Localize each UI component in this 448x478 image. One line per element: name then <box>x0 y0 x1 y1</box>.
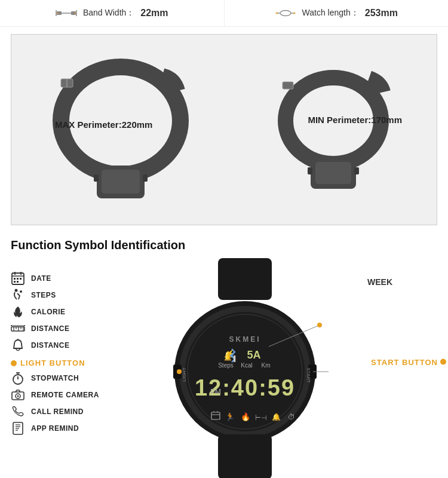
date-icon <box>11 271 25 286</box>
function-item-distance2: DISTANCE <box>11 337 118 354</box>
svg-text:🔥: 🔥 <box>241 412 251 422</box>
svg-text:▐: ▐ <box>232 355 236 362</box>
band-width-spec: Band Width： 22mm <box>0 0 225 26</box>
call-remind-label: CALL REMIND <box>31 407 84 416</box>
svg-text:🏃: 🏃 <box>225 412 235 422</box>
svg-rect-33 <box>17 281 19 283</box>
function-title: Function Symbol Identification <box>11 238 437 252</box>
svg-point-34 <box>15 289 18 292</box>
svg-rect-29 <box>14 278 16 280</box>
watch-length-value: 253mm <box>365 8 398 19</box>
calorie-icon <box>11 305 25 319</box>
start-button-dot <box>440 359 446 365</box>
svg-point-35 <box>20 290 22 293</box>
svg-text:🔔: 🔔 <box>272 412 281 421</box>
function-item-calorie: CALORIE <box>11 304 118 320</box>
start-button-label: START BUTTON <box>371 357 438 366</box>
max-perimeter-label: MAX Perimeter:220mm <box>55 120 152 130</box>
svg-text:START: START <box>306 367 311 383</box>
svg-rect-14 <box>102 170 140 194</box>
svg-point-54 <box>17 396 19 397</box>
svg-rect-22 <box>308 167 312 174</box>
min-perimeter-label: MIN Perimeter:170mm <box>308 115 402 125</box>
svg-rect-31 <box>20 278 22 280</box>
svg-text:Km: Km <box>262 362 271 369</box>
date-label: DATE <box>31 274 51 283</box>
week-label: WEEK <box>367 277 392 287</box>
svg-rect-21 <box>315 162 351 184</box>
stopwatch-label: STOPWATCH <box>31 374 79 382</box>
distance1-icon <box>11 321 25 336</box>
watch-length-icon <box>275 7 296 19</box>
svg-text:Steps: Steps <box>218 362 234 369</box>
svg-point-93 <box>317 323 322 327</box>
svg-rect-36 <box>11 327 24 331</box>
stopwatch-icon <box>11 371 25 385</box>
distance1-label: DISTANCE <box>31 324 69 333</box>
app-remind-icon <box>11 421 25 436</box>
function-item-app-remind: APP REMIND <box>11 420 118 437</box>
function-item-steps: STEPS <box>11 287 118 304</box>
camera-icon <box>11 388 25 402</box>
svg-text:PM: PM <box>210 388 221 396</box>
week-callout: WEEK <box>367 277 392 287</box>
svg-rect-60 <box>218 258 272 300</box>
watch-size-image: MAX Perimeter:220mm MIN Perimeter:170mm <box>11 34 437 225</box>
steps-icon <box>11 288 25 302</box>
light-button-row: LIGHT BUTTON <box>11 358 118 367</box>
svg-text:Kcal: Kcal <box>241 362 252 369</box>
remote-camera-label: REMOTE CAMERA <box>31 391 99 399</box>
watch-length-label: Watch length： <box>302 8 359 19</box>
band-width-label: Band Width： <box>83 8 134 19</box>
svg-marker-10 <box>275 12 277 14</box>
svg-point-7 <box>280 11 291 16</box>
band-width-icon <box>56 7 77 19</box>
watch-face-display: LIGHT START SKMEI ⚡ 🔔 5A 🔔 ▐ <box>118 258 372 478</box>
svg-rect-32 <box>14 281 16 283</box>
svg-rect-23 <box>354 167 359 174</box>
max-band-photo: MAX Perimeter:220mm <box>43 49 210 210</box>
function-section: Function Symbol Identification DATE STEP… <box>0 232 448 478</box>
function-item-date: DATE <box>11 270 118 287</box>
light-button-label: LIGHT BUTTON <box>20 358 85 367</box>
app-remind-label: APP REMIND <box>31 424 79 433</box>
svg-text:⊢⊣: ⊢⊣ <box>255 414 267 421</box>
function-item-stopwatch: STOPWATCH <box>11 370 118 387</box>
function-item-call-remind: CALL REMIND <box>11 403 118 420</box>
svg-rect-30 <box>17 278 19 280</box>
svg-marker-11 <box>293 12 296 14</box>
calorie-label: CALORIE <box>31 308 66 316</box>
distance2-label: DISTANCE <box>31 341 69 350</box>
svg-text:5A: 5A <box>247 349 260 361</box>
light-button-dot <box>11 360 17 366</box>
svg-rect-67 <box>218 434 272 478</box>
function-item-distance1: DISTANCE <box>11 320 118 337</box>
watch-length-spec: Watch length： 253mm <box>225 0 449 26</box>
svg-rect-24 <box>283 82 293 89</box>
function-content: DATE STEPS CALORIE DISTANC <box>11 258 437 478</box>
svg-rect-15 <box>94 174 99 182</box>
svg-text:🔔: 🔔 <box>224 354 232 361</box>
function-item-remote-camera: REMOTE CAMERA <box>11 387 118 403</box>
svg-text:SKMEI: SKMEI <box>229 335 260 344</box>
svg-rect-16 <box>143 174 148 182</box>
call-icon <box>11 405 25 419</box>
start-button-callout: START BUTTON <box>371 357 446 366</box>
svg-text:⏱: ⏱ <box>288 413 295 421</box>
band-width-value: 22mm <box>140 8 168 19</box>
min-band-photo: MIN Perimeter:170mm <box>262 49 405 210</box>
svg-point-96 <box>177 369 182 374</box>
distance2-icon <box>11 338 25 353</box>
left-function-labels: DATE STEPS CALORIE DISTANC <box>11 258 118 437</box>
svg-text:LIGHT: LIGHT <box>182 367 187 382</box>
steps-label: STEPS <box>31 291 56 299</box>
specs-row: Band Width： 22mm Watch length： 253mm <box>0 0 448 27</box>
